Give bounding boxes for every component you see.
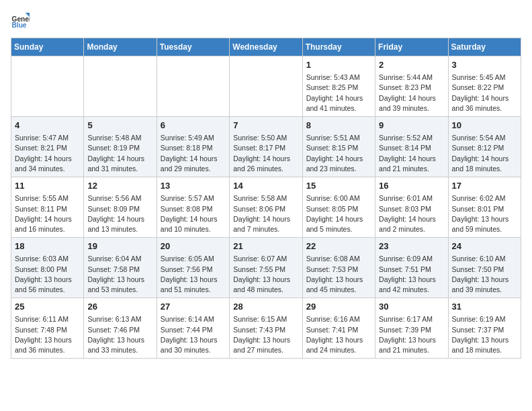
calendar-cell: 18Sunrise: 6:03 AM Sunset: 8:00 PM Dayli… [11, 238, 84, 298]
day-number: 10 [452, 120, 517, 132]
calendar-cell: 13Sunrise: 5:57 AM Sunset: 8:08 PM Dayli… [157, 177, 229, 238]
day-number: 16 [379, 180, 444, 192]
day-number: 7 [233, 120, 298, 132]
day-info: Sunrise: 6:03 AM Sunset: 8:00 PM Dayligh… [15, 254, 80, 295]
day-number: 23 [379, 240, 444, 253]
day-number: 8 [306, 120, 371, 132]
day-info: Sunrise: 6:05 AM Sunset: 7:56 PM Dayligh… [161, 254, 226, 295]
day-info: Sunrise: 6:13 AM Sunset: 7:46 PM Dayligh… [87, 314, 152, 355]
calendar-cell: 29Sunrise: 6:16 AM Sunset: 7:41 PM Dayli… [302, 298, 375, 359]
day-info: Sunrise: 6:14 AM Sunset: 7:44 PM Dayligh… [161, 314, 226, 355]
svg-text:Blue: Blue [12, 21, 27, 29]
week-row-1: 1Sunrise: 5:43 AM Sunset: 8:25 PM Daylig… [11, 56, 521, 117]
day-info: Sunrise: 5:47 AM Sunset: 8:21 PM Dayligh… [15, 133, 80, 174]
calendar-cell: 14Sunrise: 5:58 AM Sunset: 8:06 PM Dayli… [230, 177, 302, 238]
calendar-cell [11, 56, 84, 117]
day-info: Sunrise: 6:08 AM Sunset: 7:53 PM Dayligh… [306, 254, 371, 295]
day-number: 31 [452, 301, 517, 313]
day-number: 29 [306, 301, 371, 313]
day-number: 26 [87, 301, 152, 313]
day-number: 11 [15, 180, 80, 192]
day-info: Sunrise: 6:07 AM Sunset: 7:55 PM Dayligh… [233, 254, 298, 295]
day-number: 15 [306, 180, 371, 192]
header: General Blue [11, 11, 521, 30]
day-number: 20 [161, 240, 226, 253]
day-number: 6 [161, 120, 226, 132]
calendar-cell: 15Sunrise: 6:00 AM Sunset: 8:05 PM Dayli… [302, 177, 375, 238]
day-info: Sunrise: 5:44 AM Sunset: 8:23 PM Dayligh… [379, 73, 444, 113]
week-row-2: 4Sunrise: 5:47 AM Sunset: 8:21 PM Daylig… [11, 117, 521, 177]
day-number: 21 [233, 240, 298, 253]
week-row-3: 11Sunrise: 5:55 AM Sunset: 8:11 PM Dayli… [11, 177, 521, 238]
day-info: Sunrise: 6:17 AM Sunset: 7:39 PM Dayligh… [379, 314, 444, 355]
day-info: Sunrise: 6:15 AM Sunset: 7:43 PM Dayligh… [233, 314, 298, 355]
calendar-body: 1Sunrise: 5:43 AM Sunset: 8:25 PM Daylig… [11, 56, 521, 359]
day-info: Sunrise: 5:57 AM Sunset: 8:08 PM Dayligh… [161, 193, 226, 234]
calendar-cell [230, 56, 302, 117]
dow-thursday: Thursday [302, 38, 375, 56]
day-info: Sunrise: 5:43 AM Sunset: 8:25 PM Dayligh… [306, 73, 371, 113]
day-number: 18 [15, 240, 80, 253]
calendar-cell: 28Sunrise: 6:15 AM Sunset: 7:43 PM Dayli… [230, 298, 302, 359]
day-number: 27 [161, 301, 226, 313]
day-info: Sunrise: 6:02 AM Sunset: 8:01 PM Dayligh… [452, 193, 517, 234]
calendar-cell: 17Sunrise: 6:02 AM Sunset: 8:01 PM Dayli… [448, 177, 521, 238]
day-number: 25 [15, 301, 80, 313]
dow-saturday: Saturday [448, 38, 521, 56]
calendar-cell: 23Sunrise: 6:09 AM Sunset: 7:51 PM Dayli… [375, 238, 448, 298]
day-number: 5 [87, 120, 152, 132]
dow-tuesday: Tuesday [157, 38, 229, 56]
calendar-cell: 7Sunrise: 5:50 AM Sunset: 8:17 PM Daylig… [230, 117, 302, 177]
calendar-cell: 24Sunrise: 6:10 AM Sunset: 7:50 PM Dayli… [448, 238, 521, 298]
day-info: Sunrise: 6:00 AM Sunset: 8:05 PM Dayligh… [306, 193, 371, 234]
day-info: Sunrise: 6:11 AM Sunset: 7:48 PM Dayligh… [15, 314, 80, 355]
logo: General Blue [11, 11, 30, 30]
week-row-5: 25Sunrise: 6:11 AM Sunset: 7:48 PM Dayli… [11, 298, 521, 359]
calendar-cell: 6Sunrise: 5:49 AM Sunset: 8:18 PM Daylig… [157, 117, 229, 177]
dow-sunday: Sunday [11, 38, 84, 56]
day-number: 30 [379, 301, 444, 313]
calendar-cell: 3Sunrise: 5:45 AM Sunset: 8:22 PM Daylig… [448, 56, 521, 117]
calendar-cell: 2Sunrise: 5:44 AM Sunset: 8:23 PM Daylig… [375, 56, 448, 117]
day-of-week-header-row: SundayMondayTuesdayWednesdayThursdayFrid… [11, 38, 521, 56]
day-number: 9 [379, 120, 444, 132]
dow-wednesday: Wednesday [230, 38, 302, 56]
calendar-cell: 22Sunrise: 6:08 AM Sunset: 7:53 PM Dayli… [302, 238, 375, 298]
calendar-cell: 25Sunrise: 6:11 AM Sunset: 7:48 PM Dayli… [11, 298, 84, 359]
day-info: Sunrise: 5:45 AM Sunset: 8:22 PM Dayligh… [452, 73, 517, 113]
calendar-cell: 5Sunrise: 5:48 AM Sunset: 8:19 PM Daylig… [84, 117, 157, 177]
day-number: 22 [306, 240, 371, 253]
day-info: Sunrise: 5:48 AM Sunset: 8:19 PM Dayligh… [87, 133, 152, 174]
day-number: 4 [15, 120, 80, 132]
dow-friday: Friday [375, 38, 448, 56]
calendar-cell: 8Sunrise: 5:51 AM Sunset: 8:15 PM Daylig… [302, 117, 375, 177]
day-info: Sunrise: 5:54 AM Sunset: 8:12 PM Dayligh… [452, 133, 517, 174]
calendar-cell: 31Sunrise: 6:19 AM Sunset: 7:37 PM Dayli… [448, 298, 521, 359]
day-info: Sunrise: 6:10 AM Sunset: 7:50 PM Dayligh… [452, 254, 517, 295]
calendar-cell: 26Sunrise: 6:13 AM Sunset: 7:46 PM Dayli… [84, 298, 157, 359]
day-number: 17 [452, 180, 517, 192]
week-row-4: 18Sunrise: 6:03 AM Sunset: 8:00 PM Dayli… [11, 238, 521, 298]
calendar-cell: 1Sunrise: 5:43 AM Sunset: 8:25 PM Daylig… [302, 56, 375, 117]
calendar-cell: 27Sunrise: 6:14 AM Sunset: 7:44 PM Dayli… [157, 298, 229, 359]
day-number: 24 [452, 240, 517, 253]
day-info: Sunrise: 5:58 AM Sunset: 8:06 PM Dayligh… [233, 193, 298, 234]
calendar-cell: 12Sunrise: 5:56 AM Sunset: 8:09 PM Dayli… [84, 177, 157, 238]
day-info: Sunrise: 5:51 AM Sunset: 8:15 PM Dayligh… [306, 133, 371, 174]
day-info: Sunrise: 6:01 AM Sunset: 8:03 PM Dayligh… [379, 193, 444, 234]
calendar-table: SundayMondayTuesdayWednesdayThursdayFrid… [11, 38, 521, 359]
day-number: 2 [379, 59, 444, 71]
day-info: Sunrise: 5:49 AM Sunset: 8:18 PM Dayligh… [161, 133, 226, 174]
day-number: 28 [233, 301, 298, 313]
day-info: Sunrise: 5:56 AM Sunset: 8:09 PM Dayligh… [87, 193, 152, 234]
day-number: 12 [87, 180, 152, 192]
calendar-cell: 20Sunrise: 6:05 AM Sunset: 7:56 PM Dayli… [157, 238, 229, 298]
calendar-cell: 19Sunrise: 6:04 AM Sunset: 7:58 PM Dayli… [84, 238, 157, 298]
dow-monday: Monday [84, 38, 157, 56]
day-info: Sunrise: 6:09 AM Sunset: 7:51 PM Dayligh… [379, 254, 444, 295]
calendar-cell [157, 56, 229, 117]
day-number: 14 [233, 180, 298, 192]
calendar-cell: 9Sunrise: 5:52 AM Sunset: 8:14 PM Daylig… [375, 117, 448, 177]
day-info: Sunrise: 6:19 AM Sunset: 7:37 PM Dayligh… [452, 314, 517, 355]
day-number: 1 [306, 59, 371, 71]
